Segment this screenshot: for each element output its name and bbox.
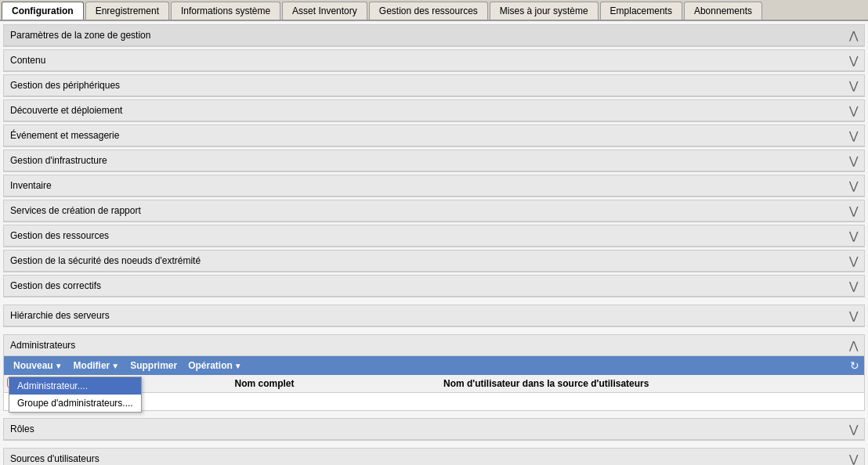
section-gestion-res: Gestion des ressources ⋁	[3, 225, 865, 247]
chevron-parametres: ⋀	[849, 29, 858, 41]
modifier-arrow-icon: ▼	[111, 362, 119, 370]
section-parametres: Paramètres de la zone de gestion ⋀	[3, 24, 865, 47]
section-correctifs: Gestion des correctifs ⋁	[3, 275, 865, 297]
section-hierarchy: Hiérarchie des serveurs ⋁	[3, 305, 865, 327]
section-sources-label: Sources d'utilisateurs	[10, 453, 99, 464]
section-hierarchy-label: Hiérarchie des serveurs	[10, 310, 110, 321]
section-roles: Rôles ⋁	[3, 418, 865, 441]
chevron-peripheriques: ⋁	[849, 79, 858, 92]
section-securite-label: Gestion de la sécurité des noeuds d'extr…	[10, 255, 201, 266]
section-contenu-header[interactable]: Contenu ⋁	[4, 50, 864, 71]
section-decouverte: Découverte et déploiement ⋁	[3, 99, 865, 122]
section-infrastructure-header[interactable]: Gestion d'infrastructure ⋁	[4, 150, 864, 171]
chevron-hierarchy: ⋁	[849, 309, 858, 322]
section-administrateurs: Administrateurs ⋀ Nouveau ▼ Modifier ▼ S…	[3, 334, 865, 411]
chevron-inventaire: ⋁	[849, 179, 858, 192]
section-inventaire-label: Inventaire	[10, 180, 52, 191]
nouveau-dropdown: Administrateur.... Groupe d'administrate…	[9, 377, 142, 413]
section-contenu: Contenu ⋁	[3, 49, 865, 72]
tab-informations-systeme[interactable]: Informations système	[171, 2, 280, 20]
section-administrateurs-label: Administrateurs	[10, 340, 75, 351]
chevron-rapport: ⋁	[849, 204, 858, 217]
section-sources-header[interactable]: Sources d'utilisateurs ⋁	[4, 449, 864, 465]
section-administrateurs-header[interactable]: Administrateurs ⋀	[4, 335, 864, 356]
chevron-roles: ⋁	[849, 423, 858, 435]
refresh-button[interactable]: ↻	[850, 359, 859, 372]
col-fullname-header: Nom complet	[235, 378, 444, 389]
section-parametres-header[interactable]: Paramètres de la zone de gestion ⋀	[4, 25, 864, 46]
section-peripheriques-header[interactable]: Gestion des périphériques ⋁	[4, 75, 864, 96]
chevron-sources: ⋁	[849, 452, 858, 465]
operation-arrow-icon: ▼	[234, 362, 242, 370]
chevron-gestion-res: ⋁	[849, 229, 858, 242]
modifier-button[interactable]: Modifier ▼	[69, 359, 125, 373]
section-peripheriques-label: Gestion des périphériques	[10, 80, 120, 91]
section-roles-label: Rôles	[10, 424, 34, 434]
administrators-toolbar: Nouveau ▼ Modifier ▼ Supprimer Opération…	[4, 356, 864, 375]
section-infrastructure: Gestion d'infrastructure ⋁	[3, 150, 865, 172]
section-contenu-label: Contenu	[10, 55, 45, 66]
chevron-administrateurs: ⋀	[849, 339, 858, 351]
section-sources: Sources d'utilisateurs ⋁	[3, 448, 865, 465]
chevron-infrastructure: ⋁	[849, 154, 858, 167]
tab-asset-inventory[interactable]: Asset Inventory	[282, 2, 367, 20]
section-inventaire-header[interactable]: Inventaire ⋁	[4, 175, 864, 196]
chevron-contenu: ⋁	[849, 54, 858, 67]
section-evenement-label: Événement et messagerie	[10, 130, 119, 141]
section-securite-header[interactable]: Gestion de la sécurité des noeuds d'extr…	[4, 251, 864, 272]
tab-abonnements[interactable]: Abonnements	[684, 2, 762, 20]
section-roles-header[interactable]: Rôles ⋁	[4, 419, 864, 440]
section-inventaire: Inventaire ⋁	[3, 175, 865, 197]
section-infrastructure-label: Gestion d'infrastructure	[10, 155, 107, 166]
nouveau-arrow-icon: ▼	[55, 362, 63, 370]
section-gestion-res-header[interactable]: Gestion des ressources ⋁	[4, 225, 864, 247]
tab-gestion-ressources[interactable]: Gestion des ressources	[369, 2, 488, 20]
section-rapport: Services de création de rapport ⋁	[3, 200, 865, 222]
operation-button[interactable]: Opération ▼	[183, 359, 247, 373]
section-evenement-header[interactable]: Événement et messagerie ⋁	[4, 125, 864, 146]
section-gestion-res-label: Gestion des ressources	[10, 230, 109, 241]
section-rapport-header[interactable]: Services de création de rapport ⋁	[4, 200, 864, 222]
dropdown-item-administrateur[interactable]: Administrateur....	[9, 377, 141, 395]
tab-configuration[interactable]: Configuration	[2, 2, 84, 20]
chevron-evenement: ⋁	[849, 129, 858, 142]
section-parametres-label: Paramètres de la zone de gestion	[10, 30, 150, 41]
supprimer-button[interactable]: Supprimer	[125, 359, 182, 373]
chevron-correctifs: ⋁	[849, 279, 858, 292]
main-content: Paramètres de la zone de gestion ⋀ Conte…	[0, 21, 868, 465]
tab-emplacements[interactable]: Emplacements	[600, 2, 682, 20]
section-decouverte-header[interactable]: Découverte et déploiement ⋁	[4, 100, 864, 121]
section-correctifs-header[interactable]: Gestion des correctifs ⋁	[4, 276, 864, 297]
tab-mises-a-jour[interactable]: Mises à jour système	[490, 2, 599, 20]
tab-bar: Configuration Enregistrement Information…	[0, 0, 868, 21]
section-evenement: Événement et messagerie ⋁	[3, 124, 865, 147]
section-rapport-label: Services de création de rapport	[10, 205, 141, 216]
chevron-securite: ⋁	[849, 254, 858, 267]
section-peripheriques: Gestion des périphériques ⋁	[3, 74, 865, 97]
col-source-header: Nom d'utilisateur dans la source d'utili…	[443, 378, 861, 389]
tab-enregistrement[interactable]: Enregistrement	[85, 2, 169, 20]
section-securite: Gestion de la sécurité des noeuds d'extr…	[3, 250, 865, 272]
section-correctifs-label: Gestion des correctifs	[10, 280, 101, 291]
section-decouverte-label: Découverte et déploiement	[10, 105, 122, 116]
dropdown-item-groupe[interactable]: Groupe d'administrateurs....	[9, 395, 141, 412]
nouveau-button[interactable]: Nouveau ▼	[9, 359, 67, 373]
section-hierarchy-header[interactable]: Hiérarchie des serveurs ⋁	[4, 305, 864, 326]
chevron-decouverte: ⋁	[849, 104, 858, 117]
